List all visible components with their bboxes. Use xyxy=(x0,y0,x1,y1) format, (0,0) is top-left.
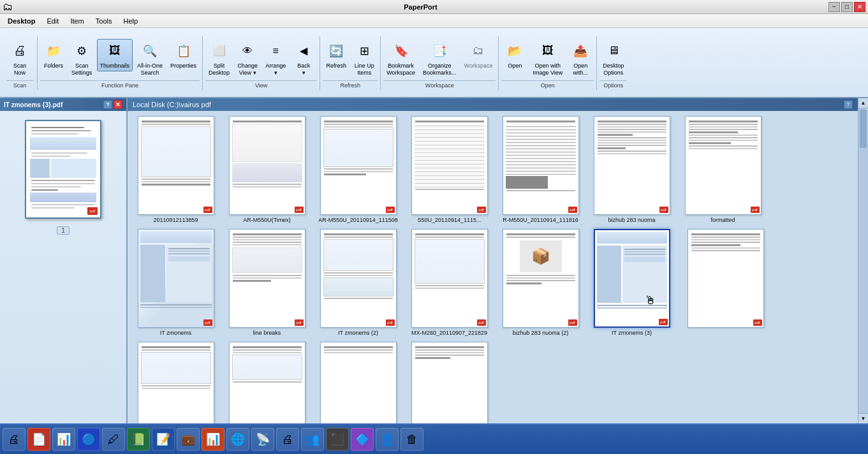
taskbar-excel[interactable]: 📗 xyxy=(127,428,150,451)
taskbar-printer[interactable]: 🖨 xyxy=(3,428,26,451)
file-thumbnail: pdf xyxy=(138,116,214,215)
right-panel-help-icon[interactable]: ? xyxy=(844,100,853,109)
file-thumbnail: pdf xyxy=(411,229,488,328)
back-icon: ◀ xyxy=(293,41,314,61)
file-item[interactable]: pdf bizhub 283 nuoma xyxy=(589,116,675,224)
file-name: bizhub 283 nuoma (2) xyxy=(513,330,569,337)
workspace-button[interactable]: 🗂 Workspace xyxy=(461,39,496,71)
minimize-button[interactable]: − xyxy=(828,2,840,12)
taskbar-acrobat[interactable]: 📄 xyxy=(27,428,50,451)
window-controls[interactable]: − □ ✕ xyxy=(828,2,865,12)
properties-button[interactable]: 📋 Properties xyxy=(167,39,200,71)
organize-bookmarks-button[interactable]: 📑 OrganizeBookmarks... xyxy=(420,39,460,78)
file-item[interactable]: pdf 20110912113859 xyxy=(133,116,219,224)
scroll-up-button[interactable]: ▲ xyxy=(858,98,868,108)
pdf-tag: pdf xyxy=(568,207,577,213)
taskbar-app3[interactable]: 📊 xyxy=(52,428,75,451)
file-item[interactable]: pdf AR-M550U_20110914_111508 xyxy=(315,116,401,224)
split-desktop-button[interactable]: ⬜ SplitDesktop xyxy=(205,39,233,78)
all-in-one-button[interactable]: 🔍 All-in-OneSearch xyxy=(134,39,166,78)
vertical-scrollbar[interactable]: ▲ ▼ xyxy=(858,98,868,423)
file-item[interactable]: pdf xyxy=(224,342,310,423)
menu-tools[interactable]: Tools xyxy=(91,16,117,26)
taskbar-powerpoint[interactable]: 📊 xyxy=(202,428,224,451)
taskbar-word[interactable]: 📝 xyxy=(152,428,175,451)
taskbar-app4[interactable]: 🔵 xyxy=(77,428,100,451)
menu-edit[interactable]: Edit xyxy=(41,16,64,26)
change-view-button[interactable]: 👁 ChangeView ▾ xyxy=(234,39,261,78)
line-up-icon: ⊞ xyxy=(354,41,374,61)
maximize-button[interactable]: □ xyxy=(841,2,853,12)
file-item[interactable]: pdf IT zmonems (2) xyxy=(315,229,401,337)
scroll-thumb[interactable] xyxy=(860,110,867,148)
scan-icon: 🖨 xyxy=(10,41,30,61)
pdf-tag: pdf xyxy=(386,207,395,213)
line-up-items-button[interactable]: ⊞ Line UpItems xyxy=(351,39,378,78)
pdf-tag: pdf xyxy=(386,319,395,326)
arrange-icon: ≡ xyxy=(265,41,286,61)
file-item[interactable]: pdf IT zmonems xyxy=(133,229,219,337)
file-grid[interactable]: pdf 20110912113859 pdf AR-M550U(Timex) xyxy=(128,111,858,423)
file-thumbnail: pdf xyxy=(320,342,397,423)
open-image-view-icon: 🖼 xyxy=(538,41,558,61)
file-item[interactable]: pdf formatted xyxy=(680,116,766,224)
taskbar-app14[interactable]: ⬛ xyxy=(326,428,349,451)
scroll-down-button[interactable]: ▼ xyxy=(858,413,868,423)
refresh-group-label: Refresh xyxy=(323,80,378,89)
file-thumbnail: pdf xyxy=(320,116,397,215)
menu-help[interactable]: Help xyxy=(118,16,143,26)
page-number: 1 xyxy=(57,226,70,235)
file-item[interactable]: 📦 pdf bizhub 283 nuoma (2) xyxy=(497,229,584,337)
scan-now-button[interactable]: 🖨 ScanNow xyxy=(6,39,33,78)
taskbar-users[interactable]: 👥 xyxy=(301,428,324,451)
close-panel-icon[interactable]: ✕ xyxy=(114,100,122,109)
help-icon[interactable]: ? xyxy=(103,100,112,109)
taskbar-recycle[interactable]: 🗑 xyxy=(401,428,423,451)
open-with-button[interactable]: 📤 Openwith... xyxy=(567,39,594,78)
ribbon-group-refresh: 🔄 Refresh ⊞ Line UpItems Refresh xyxy=(320,36,381,91)
menu-item[interactable]: Item xyxy=(65,16,89,26)
pdf-tag: pdf xyxy=(659,207,668,213)
file-item[interactable]: pdf xyxy=(133,342,219,423)
refresh-button[interactable]: 🔄 Refresh xyxy=(323,39,349,71)
back-button[interactable]: ◀ Back▾ xyxy=(290,39,317,78)
taskbar-app8[interactable]: 💼 xyxy=(177,428,200,451)
taskbar-app15[interactable]: 🔷 xyxy=(351,428,374,451)
open-image-view-button[interactable]: 🖼 Open withImage View xyxy=(529,39,566,78)
file-item[interactable]: pdf R-M550U_20110914_111816 xyxy=(497,116,584,224)
file-item[interactable]: pdf line breaks xyxy=(224,229,310,337)
scan-group-label: Scan xyxy=(6,80,33,89)
desktop-options-icon: 🖥 xyxy=(603,41,624,61)
menu-bar: Desktop Edit Item Tools Help xyxy=(0,14,868,28)
file-item[interactable]: pdf xyxy=(315,342,401,423)
taskbar-printer2[interactable]: 🖨 xyxy=(276,428,299,451)
bookmark-workspace-button[interactable]: 🔖 BookmarkWorkspace xyxy=(383,39,418,78)
taskbar: 🖨 📄 📊 🔵 🖊 📗 📝 💼 📊 🌐 📡 🖨 👥 ⬛ 🔷 👤 🗑 xyxy=(0,423,868,454)
taskbar-ftp[interactable]: 📡 xyxy=(251,428,274,451)
taskbar-app5[interactable]: 🖊 xyxy=(102,428,125,451)
taskbar-app16[interactable]: 👤 xyxy=(376,428,399,451)
file-thumbnail: pdf xyxy=(229,229,305,328)
file-item[interactable]: pdf MX-M260_20110907_221829 xyxy=(406,229,492,337)
open-button[interactable]: 📂 Open xyxy=(501,39,528,71)
arrange-button[interactable]: ≡ Arrange▾ xyxy=(262,39,289,78)
close-button[interactable]: ✕ xyxy=(854,2,865,12)
ribbon-group-options: 🖥 DesktopOptions Options xyxy=(597,36,629,91)
taskbar-browser[interactable]: 🌐 xyxy=(226,428,249,451)
file-item[interactable]: pdf AR-M550U(Timex) xyxy=(224,116,310,224)
desktop-options-button[interactable]: 🖥 DesktopOptions xyxy=(600,39,627,78)
file-item-selected[interactable]: pdf 🖱 IT zmonems (3) xyxy=(589,229,675,337)
file-item[interactable]: pdf S50U_20110914_1115... xyxy=(406,116,492,224)
file-item[interactable]: pdf xyxy=(682,229,769,337)
file-name: formatted xyxy=(710,217,735,224)
open-with-icon: 📤 xyxy=(570,41,591,61)
file-thumbnail: pdf xyxy=(229,116,305,215)
menu-desktop[interactable]: Desktop xyxy=(3,16,40,26)
scan-settings-button[interactable]: ⚙ ScanSettings xyxy=(68,39,96,78)
file-thumbnail: pdf xyxy=(411,116,488,215)
folders-button[interactable]: 📁 Folders xyxy=(40,39,67,71)
open-group-label: Open xyxy=(501,80,594,89)
title-bar: 🗂 PaperPort − □ ✕ xyxy=(0,0,868,14)
thumbnails-button[interactable]: 🖼 Thumbnails xyxy=(97,39,133,71)
file-item[interactable]: pdf xyxy=(406,342,492,423)
